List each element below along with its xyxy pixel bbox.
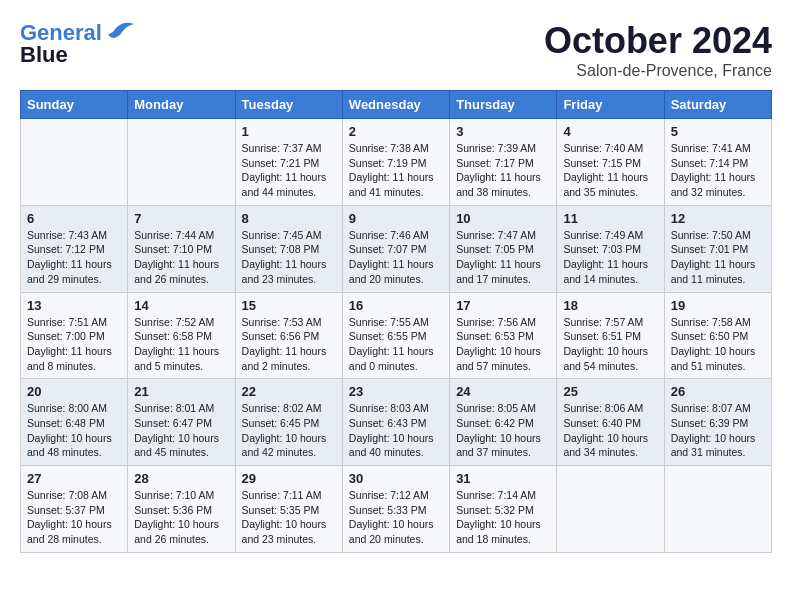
day-info: Sunrise: 8:01 AMSunset: 6:47 PMDaylight:…	[134, 401, 228, 460]
day-info: Sunrise: 7:45 AMSunset: 7:08 PMDaylight:…	[242, 228, 336, 287]
day-info: Sunrise: 7:51 AMSunset: 7:00 PMDaylight:…	[27, 315, 121, 374]
day-number: 17	[456, 298, 550, 313]
day-info: Sunrise: 7:39 AMSunset: 7:17 PMDaylight:…	[456, 141, 550, 200]
weekday-header-tuesday: Tuesday	[235, 91, 342, 119]
day-info: Sunrise: 7:44 AMSunset: 7:10 PMDaylight:…	[134, 228, 228, 287]
day-number: 26	[671, 384, 765, 399]
day-info: Sunrise: 7:49 AMSunset: 7:03 PMDaylight:…	[563, 228, 657, 287]
day-info: Sunrise: 8:00 AMSunset: 6:48 PMDaylight:…	[27, 401, 121, 460]
weekday-header-row: SundayMondayTuesdayWednesdayThursdayFrid…	[21, 91, 772, 119]
day-number: 28	[134, 471, 228, 486]
calendar-cell: 20Sunrise: 8:00 AMSunset: 6:48 PMDayligh…	[21, 379, 128, 466]
day-info: Sunrise: 7:08 AMSunset: 5:37 PMDaylight:…	[27, 488, 121, 547]
day-number: 9	[349, 211, 443, 226]
day-info: Sunrise: 7:38 AMSunset: 7:19 PMDaylight:…	[349, 141, 443, 200]
day-info: Sunrise: 8:02 AMSunset: 6:45 PMDaylight:…	[242, 401, 336, 460]
logo-bird-icon	[106, 20, 134, 46]
day-number: 5	[671, 124, 765, 139]
day-number: 19	[671, 298, 765, 313]
day-number: 4	[563, 124, 657, 139]
day-number: 13	[27, 298, 121, 313]
calendar-cell: 1Sunrise: 7:37 AMSunset: 7:21 PMDaylight…	[235, 119, 342, 206]
day-number: 15	[242, 298, 336, 313]
calendar-cell: 16Sunrise: 7:55 AMSunset: 6:55 PMDayligh…	[342, 292, 449, 379]
day-number: 29	[242, 471, 336, 486]
calendar-cell	[21, 119, 128, 206]
day-number: 18	[563, 298, 657, 313]
weekday-header-saturday: Saturday	[664, 91, 771, 119]
week-row-1: 1Sunrise: 7:37 AMSunset: 7:21 PMDaylight…	[21, 119, 772, 206]
day-info: Sunrise: 7:11 AMSunset: 5:35 PMDaylight:…	[242, 488, 336, 547]
day-info: Sunrise: 7:46 AMSunset: 7:07 PMDaylight:…	[349, 228, 443, 287]
day-info: Sunrise: 7:57 AMSunset: 6:51 PMDaylight:…	[563, 315, 657, 374]
calendar-cell: 18Sunrise: 7:57 AMSunset: 6:51 PMDayligh…	[557, 292, 664, 379]
week-row-3: 13Sunrise: 7:51 AMSunset: 7:00 PMDayligh…	[21, 292, 772, 379]
calendar-cell: 4Sunrise: 7:40 AMSunset: 7:15 PMDaylight…	[557, 119, 664, 206]
calendar-cell: 17Sunrise: 7:56 AMSunset: 6:53 PMDayligh…	[450, 292, 557, 379]
day-info: Sunrise: 7:56 AMSunset: 6:53 PMDaylight:…	[456, 315, 550, 374]
calendar-cell: 13Sunrise: 7:51 AMSunset: 7:00 PMDayligh…	[21, 292, 128, 379]
day-info: Sunrise: 7:14 AMSunset: 5:32 PMDaylight:…	[456, 488, 550, 547]
day-number: 1	[242, 124, 336, 139]
calendar-cell: 9Sunrise: 7:46 AMSunset: 7:07 PMDaylight…	[342, 205, 449, 292]
day-number: 14	[134, 298, 228, 313]
calendar-cell: 28Sunrise: 7:10 AMSunset: 5:36 PMDayligh…	[128, 466, 235, 553]
title-block: October 2024 Salon-de-Provence, France	[544, 20, 772, 80]
weekday-header-sunday: Sunday	[21, 91, 128, 119]
day-number: 25	[563, 384, 657, 399]
calendar-table: SundayMondayTuesdayWednesdayThursdayFrid…	[20, 90, 772, 553]
day-number: 12	[671, 211, 765, 226]
calendar-cell	[128, 119, 235, 206]
day-info: Sunrise: 7:10 AMSunset: 5:36 PMDaylight:…	[134, 488, 228, 547]
calendar-cell: 7Sunrise: 7:44 AMSunset: 7:10 PMDaylight…	[128, 205, 235, 292]
day-number: 11	[563, 211, 657, 226]
day-number: 27	[27, 471, 121, 486]
logo-blue: Blue	[20, 42, 68, 68]
day-info: Sunrise: 7:43 AMSunset: 7:12 PMDaylight:…	[27, 228, 121, 287]
calendar-cell: 22Sunrise: 8:02 AMSunset: 6:45 PMDayligh…	[235, 379, 342, 466]
day-info: Sunrise: 7:37 AMSunset: 7:21 PMDaylight:…	[242, 141, 336, 200]
calendar-cell: 14Sunrise: 7:52 AMSunset: 6:58 PMDayligh…	[128, 292, 235, 379]
day-number: 7	[134, 211, 228, 226]
calendar-cell: 12Sunrise: 7:50 AMSunset: 7:01 PMDayligh…	[664, 205, 771, 292]
weekday-header-wednesday: Wednesday	[342, 91, 449, 119]
day-info: Sunrise: 7:53 AMSunset: 6:56 PMDaylight:…	[242, 315, 336, 374]
location: Salon-de-Provence, France	[544, 62, 772, 80]
day-info: Sunrise: 7:50 AMSunset: 7:01 PMDaylight:…	[671, 228, 765, 287]
day-info: Sunrise: 8:05 AMSunset: 6:42 PMDaylight:…	[456, 401, 550, 460]
day-info: Sunrise: 7:12 AMSunset: 5:33 PMDaylight:…	[349, 488, 443, 547]
day-number: 6	[27, 211, 121, 226]
calendar-cell: 31Sunrise: 7:14 AMSunset: 5:32 PMDayligh…	[450, 466, 557, 553]
day-info: Sunrise: 8:06 AMSunset: 6:40 PMDaylight:…	[563, 401, 657, 460]
weekday-header-thursday: Thursday	[450, 91, 557, 119]
weekday-header-monday: Monday	[128, 91, 235, 119]
day-number: 2	[349, 124, 443, 139]
month-title: October 2024	[544, 20, 772, 62]
weekday-header-friday: Friday	[557, 91, 664, 119]
calendar-cell: 21Sunrise: 8:01 AMSunset: 6:47 PMDayligh…	[128, 379, 235, 466]
calendar-cell: 26Sunrise: 8:07 AMSunset: 6:39 PMDayligh…	[664, 379, 771, 466]
calendar-cell: 24Sunrise: 8:05 AMSunset: 6:42 PMDayligh…	[450, 379, 557, 466]
day-number: 23	[349, 384, 443, 399]
day-number: 16	[349, 298, 443, 313]
day-info: Sunrise: 7:55 AMSunset: 6:55 PMDaylight:…	[349, 315, 443, 374]
day-number: 20	[27, 384, 121, 399]
calendar-cell: 27Sunrise: 7:08 AMSunset: 5:37 PMDayligh…	[21, 466, 128, 553]
week-row-5: 27Sunrise: 7:08 AMSunset: 5:37 PMDayligh…	[21, 466, 772, 553]
day-info: Sunrise: 7:52 AMSunset: 6:58 PMDaylight:…	[134, 315, 228, 374]
day-number: 24	[456, 384, 550, 399]
day-number: 31	[456, 471, 550, 486]
day-info: Sunrise: 7:41 AMSunset: 7:14 PMDaylight:…	[671, 141, 765, 200]
day-info: Sunrise: 7:40 AMSunset: 7:15 PMDaylight:…	[563, 141, 657, 200]
calendar-cell: 23Sunrise: 8:03 AMSunset: 6:43 PMDayligh…	[342, 379, 449, 466]
day-number: 8	[242, 211, 336, 226]
week-row-4: 20Sunrise: 8:00 AMSunset: 6:48 PMDayligh…	[21, 379, 772, 466]
calendar-cell: 10Sunrise: 7:47 AMSunset: 7:05 PMDayligh…	[450, 205, 557, 292]
logo: General Blue	[20, 20, 134, 68]
day-number: 21	[134, 384, 228, 399]
week-row-2: 6Sunrise: 7:43 AMSunset: 7:12 PMDaylight…	[21, 205, 772, 292]
calendar-cell: 29Sunrise: 7:11 AMSunset: 5:35 PMDayligh…	[235, 466, 342, 553]
day-info: Sunrise: 7:58 AMSunset: 6:50 PMDaylight:…	[671, 315, 765, 374]
calendar-cell	[557, 466, 664, 553]
day-number: 10	[456, 211, 550, 226]
